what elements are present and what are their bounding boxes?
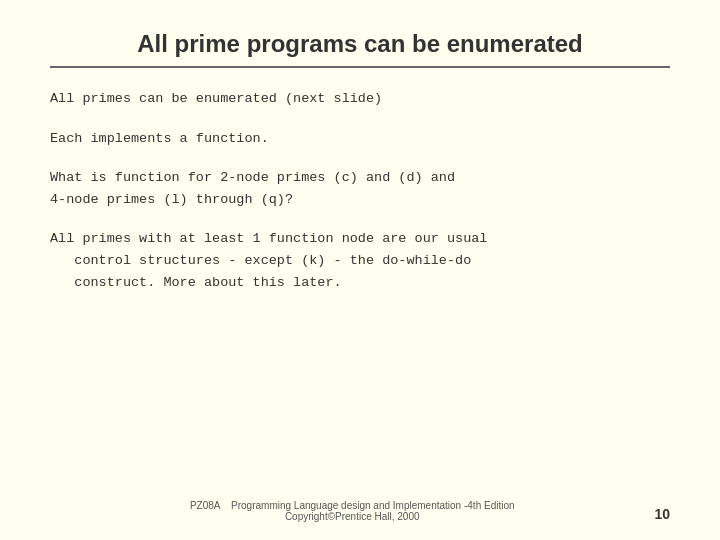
footer-copyright: Copyright©Prentice Hall, 2000 bbox=[285, 511, 420, 522]
title-area: All prime programs can be enumerated bbox=[50, 30, 670, 68]
block1-text: All primes can be enumerated (next slide… bbox=[50, 88, 670, 110]
content-block-1: All primes can be enumerated (next slide… bbox=[50, 88, 670, 110]
title-divider bbox=[50, 66, 670, 68]
footer-citation: PZ08A Programming Language design and Im… bbox=[50, 500, 654, 522]
content-block-3: What is function for 2-node primes (c) a… bbox=[50, 167, 670, 210]
block4-line1: All primes with at least 1 function node… bbox=[50, 228, 670, 250]
block4-line2: control structures - except (k) - the do… bbox=[50, 250, 670, 272]
block3-line2: 4-node primes (l) through (q)? bbox=[50, 189, 670, 211]
slide-title: All prime programs can be enumerated bbox=[50, 30, 670, 58]
footer-title: Programming Language design and Implemen… bbox=[231, 500, 515, 511]
page-number: 10 bbox=[654, 506, 670, 522]
block4-line3: construct. More about this later. bbox=[50, 272, 670, 294]
slide-footer: PZ08A Programming Language design and Im… bbox=[50, 500, 670, 522]
content-block-4: All primes with at least 1 function node… bbox=[50, 228, 670, 293]
slide: All prime programs can be enumerated All… bbox=[0, 0, 720, 540]
content-block-2: Each implements a function. bbox=[50, 128, 670, 150]
footer-label: PZ08A bbox=[190, 500, 220, 511]
block2-text: Each implements a function. bbox=[50, 128, 670, 150]
block3-line1: What is function for 2-node primes (c) a… bbox=[50, 167, 670, 189]
